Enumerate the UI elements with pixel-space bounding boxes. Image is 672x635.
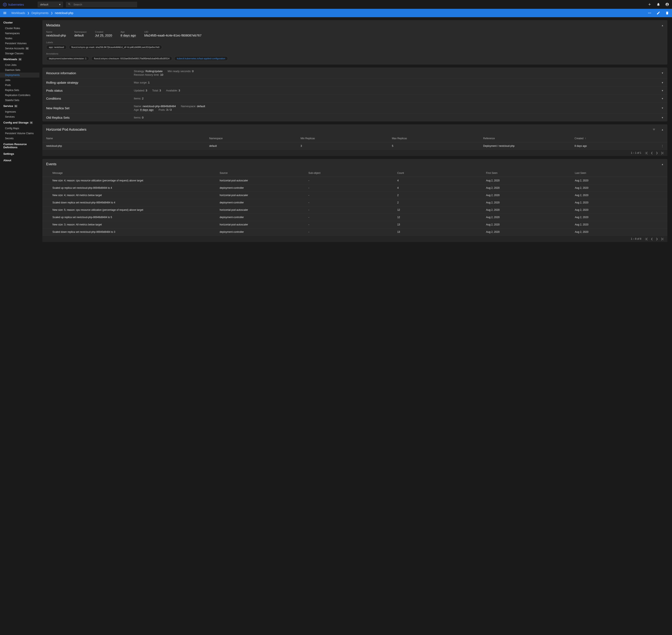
expand-toggle[interactable]: ▼ (661, 116, 664, 119)
expand-toggle[interactable]: ▼ (661, 107, 664, 109)
prev-page-icon[interactable]: ❮ (651, 237, 653, 240)
sidebar-item-storage-classes[interactable]: Storage Classes (0, 51, 39, 56)
cell-source: horizontal-pod-autoscaler (220, 209, 308, 212)
breadcrumb-deployments[interactable]: Deployments (31, 11, 49, 15)
edit-button[interactable] (656, 11, 660, 15)
table-row[interactable]: Scaled down replica set nextcloud-php-86… (42, 228, 667, 236)
breadcrumb-current: nextcloud-php (55, 11, 73, 15)
info-title: New Replica Set (46, 106, 134, 110)
col-created[interactable]: Created ↑ (575, 137, 657, 140)
expand-toggle[interactable]: ▼ (661, 81, 664, 84)
first-page-icon[interactable]: |❮ (645, 151, 648, 154)
col-name[interactable]: Name (46, 137, 209, 140)
collapse-toggle[interactable]: ▲ (661, 24, 664, 27)
search-box[interactable]: Search (66, 2, 137, 7)
sidebar-item-secrets[interactable]: Secrets (0, 136, 39, 141)
cell-source: deployment-controller (220, 231, 308, 234)
info-kv: Name: nextcloud-php-86949d8484 (134, 105, 176, 108)
labels-chips: app: nextcloudfluxcd.io/sync-gc-mark: sh… (46, 45, 664, 49)
col-first-seen[interactable]: First Seen (486, 172, 575, 174)
user-account-icon[interactable] (665, 2, 669, 6)
sidebar-item-ingresses[interactable]: Ingresses (0, 109, 39, 114)
breadcrumb-workloads[interactable]: Workloads (11, 11, 25, 15)
table-row[interactable]: New size: 4; reason: All metrics below t… (42, 192, 667, 199)
table-row[interactable]: Scaled up replica set nextcloud-php-8694… (42, 184, 667, 192)
logo[interactable]: kubernetes (3, 2, 24, 6)
namespace-select[interactable]: default ▾ (38, 2, 63, 7)
col-max[interactable]: Max Replicas (392, 137, 483, 140)
expand-toggle[interactable]: ▼ (661, 89, 664, 92)
sidebar-item-cluster-roles[interactable]: Cluster Roles (0, 26, 39, 31)
sidebar-item-nodes[interactable]: Nodes (0, 36, 39, 41)
table-row[interactable]: New size: 3; reason: All metrics below t… (42, 221, 667, 228)
table-row[interactable]: nextcloud-phpdefault35Deployment / nextc… (42, 142, 667, 150)
sidebar-section-title[interactable]: Custom Resource Definitions (0, 141, 39, 151)
sidebar-item-services[interactable]: Services (0, 114, 39, 119)
cell-sub-object: - (308, 223, 397, 226)
sidebar-section-title[interactable]: Settings (0, 151, 39, 157)
cell-source: deployment-controller (220, 187, 308, 189)
col-source[interactable]: Source (220, 172, 308, 174)
collapse-toggle[interactable]: ▲ (661, 163, 664, 166)
collapse-toggle[interactable]: ▲ (661, 128, 664, 131)
sidebar-item-pods[interactable]: Pods (0, 83, 39, 88)
hpa-pagination: 1 – 1 of 1 |❮ ❮ ❯ ❯| (42, 150, 667, 156)
expand-toggle[interactable]: ▼ (661, 72, 664, 74)
sidebar-item-deployments[interactable]: Deployments (0, 72, 39, 78)
sidebar-item-config-maps[interactable]: Config Maps (0, 126, 39, 131)
delete-button[interactable] (665, 11, 669, 15)
next-page-icon[interactable]: ❯ (656, 237, 658, 240)
table-row[interactable]: New size: 5; reason: cpu resource utiliz… (42, 206, 667, 214)
table-row[interactable]: Scaled up replica set nextcloud-php-8694… (42, 214, 667, 221)
events-table-header: Message Source Sub-object Count First Se… (42, 170, 667, 177)
expand-toggle[interactable]: ▼ (661, 97, 664, 100)
create-button[interactable] (648, 2, 651, 6)
sidebar-item-daemon-sets[interactable]: Daemon Sets (0, 67, 39, 72)
annotation-chip[interactable]: fluxcd.io/sync-checksum: 9310ae00d3e6801… (91, 56, 172, 61)
menu-toggle[interactable] (3, 11, 7, 15)
last-page-icon[interactable]: ❯| (661, 237, 664, 240)
sidebar-item-namespaces[interactable]: Namespaces (0, 31, 39, 36)
col-message[interactable]: Message (52, 172, 220, 174)
next-page-icon[interactable]: ❯ (656, 151, 658, 154)
table-row[interactable]: Scaled down replica set nextcloud-php-86… (42, 199, 667, 206)
last-page-icon[interactable]: ❯| (661, 151, 664, 154)
namespace-value: default (74, 34, 87, 37)
table-row[interactable]: New size: 4; reason: cpu resource utiliz… (42, 177, 667, 184)
label-chip[interactable]: app: nextcloud (46, 45, 67, 49)
sidebar-item-service-accounts[interactable]: Service AccountsN (0, 46, 39, 51)
sidebar-item-replica-sets[interactable]: Replica Sets (0, 88, 39, 93)
sidebar-item-replication-controllers[interactable]: Replication Controllers (0, 93, 39, 98)
sidebar-section-title[interactable]: About (0, 157, 39, 163)
col-count[interactable]: Count (397, 172, 486, 174)
prev-page-icon[interactable]: ❮ (651, 151, 653, 154)
scale-button[interactable] (648, 11, 651, 15)
annotation-chip[interactable]: deployment.kubernetes.io/revision: 1 (46, 56, 89, 61)
svg-point-4 (650, 13, 651, 14)
sidebar-item-persistent-volumes[interactable]: Persistent Volumes (0, 41, 39, 46)
col-reference[interactable]: Reference (483, 137, 575, 140)
cell-sub-object: - (308, 179, 397, 182)
label-chip[interactable]: fluxcd.io/sync-gc-mark: sha256.8K7j5cau4… (69, 45, 162, 49)
col-sub-object[interactable]: Sub-object (308, 172, 397, 174)
sidebar-item-persistent-volume-claims[interactable]: Persistent Volume Claims (0, 131, 39, 136)
row-menu-icon[interactable]: ⋮ (657, 145, 664, 148)
namespace-badge: N (19, 58, 22, 61)
cell-last-seen: Aug 2, 2020 (575, 209, 664, 212)
info-title: Resource information (46, 71, 134, 75)
pagination-label: 1 – 1 of 1 (631, 151, 642, 154)
info-row: Pods statusUpdated: 3Total: 3Available: … (42, 86, 667, 94)
col-last-seen[interactable]: Last Seen (575, 172, 664, 174)
cell-sub-object: - (308, 231, 397, 234)
sidebar-item-stateful-sets[interactable]: Stateful Sets (0, 98, 39, 103)
sidebar-item-cron-jobs[interactable]: Cron Jobs (0, 63, 39, 67)
cell-sub-object: - (308, 187, 397, 189)
cell-reference: Deployment / nextcloud-php (483, 145, 575, 148)
sidebar-item-jobs[interactable]: Jobs (0, 78, 39, 83)
annotation-chip[interactable]: kubectl.kubernetes.io/last-applied-confi… (174, 56, 228, 61)
col-namespace[interactable]: Namespace (209, 137, 300, 140)
notifications-icon[interactable] (656, 2, 660, 6)
filter-icon[interactable] (652, 128, 655, 131)
first-page-icon[interactable]: |❮ (645, 237, 648, 240)
col-min[interactable]: Min Replicas (301, 137, 392, 140)
